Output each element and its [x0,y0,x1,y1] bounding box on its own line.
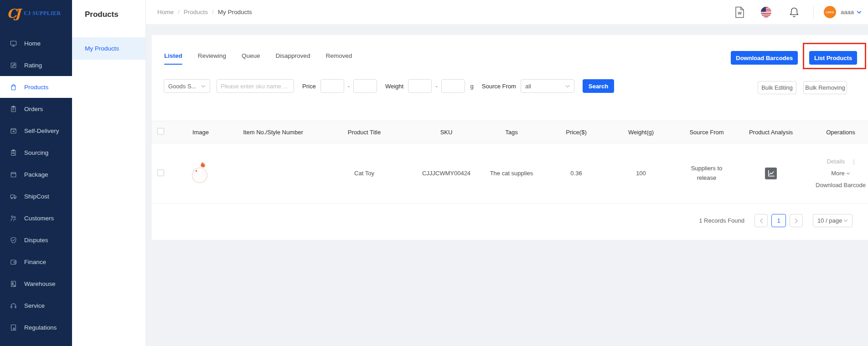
pagination: 1 Records Found 1 10 / page [699,214,852,227]
sku-search-input[interactable] [217,79,294,93]
bell-notification-icon[interactable] [789,6,800,18]
user-name[interactable]: aaaa [841,9,854,15]
sidebar-item-label: Disputes [24,237,48,244]
breadcrumb-products[interactable]: Products [184,9,208,15]
sidebar-item-customers[interactable]: Customers [0,207,72,229]
us-flag-language-icon[interactable] [761,7,771,17]
sidebar-item-service[interactable]: Service [0,295,72,316]
table-row: Cat Toy CJJJCWMY00424 The cat supplies 0… [152,143,868,204]
chevron-right-icon [795,218,798,224]
warehouse-icon [10,280,17,288]
page-size-value: 10 / page [817,217,842,224]
more-dropdown-link[interactable]: More [831,169,850,178]
price-max-input[interactable] [353,79,377,93]
products-table: Image Item No./Style Number Product Titl… [152,121,868,204]
search-button[interactable]: Search [583,79,614,93]
source-from-select[interactable]: all [521,79,574,93]
details-link[interactable]: Details [827,157,845,166]
sidebar-item-package[interactable]: Package [0,163,72,185]
column-product-title: Product Title [311,129,417,136]
sidebar-item-orders[interactable]: Orders [0,98,72,120]
sidebar-item-label: Sourcing [24,149,48,156]
self-delivery-icon [10,127,17,135]
secondary-nav-panel: Products My Products [72,0,146,346]
brand-logo-script: CJ [7,7,19,20]
sidebar-item-self-delivery[interactable]: Self-Delivery [0,120,72,142]
breadcrumb-home[interactable]: Home [157,9,174,15]
sidebar-item-disputes[interactable]: Disputes [0,229,72,251]
column-price: Price($) [548,129,605,136]
doc-letter: W [738,11,742,15]
sidebar-item-label: Products [24,84,48,91]
product-analysis-chart-icon[interactable] [765,168,777,179]
price-label: Price [302,83,316,90]
avatar[interactable]: LOGO [824,6,836,18]
truck-icon [10,193,17,200]
chevron-left-icon [760,218,763,224]
sidebar-item-label: Self-Delivery [24,127,59,134]
select-all-checkbox[interactable] [157,128,164,135]
home-icon [10,40,17,47]
download-barcodes-button[interactable]: Download Barcodes [731,51,798,65]
next-page-button[interactable] [790,214,803,227]
tab-removed[interactable]: Removed [326,52,352,59]
sidebar-item-label: Warehouse [24,280,56,287]
weight-range-separator: - [435,83,437,90]
tab-queue[interactable]: Queue [242,52,260,59]
chevron-down-icon [565,85,570,88]
tab-listed[interactable]: Listed [164,52,182,59]
weight-unit-label: g [470,83,474,90]
filter-bar: Goods S... Price - Weight - g Source Fro… [164,79,614,93]
table-header-row: Image Item No./Style Number Product Titl… [152,121,868,143]
records-found-label: 1 Records Found [699,217,744,224]
column-tags: Tags [475,129,548,136]
bulk-removing-button[interactable]: Bulk Removing [803,81,847,94]
sidebar-item-label: Package [24,171,48,178]
cell-product-title: Cat Toy [311,170,417,177]
bulk-editing-button[interactable]: Bulk Editing [758,81,796,94]
word-document-icon[interactable]: W [735,6,744,18]
nav-item-my-products[interactable]: My Products [72,37,145,60]
breadcrumb-separator: / [212,9,214,15]
page-size-select[interactable]: 10 / page [813,214,852,227]
sidebar-item-finance[interactable]: Finance [0,251,72,273]
column-sku: SKU [417,129,475,136]
sidebar-item-rating[interactable]: Rating [0,54,72,76]
top-bar: Home / Products / My Products W LOGO aaa… [146,0,868,24]
products-card: Listed Reviewing Queue Disapproved Remov… [152,35,868,240]
avatar-text: LOGO [826,11,834,14]
price-min-input[interactable] [320,79,344,93]
sidebar-item-warehouse[interactable]: Warehouse [0,273,72,295]
sidebar-item-sourcing[interactable]: Sourcing [0,142,72,163]
chevron-down-icon [843,219,848,222]
prev-page-button[interactable] [754,214,768,227]
row-checkbox[interactable] [157,169,164,176]
chevron-down-icon[interactable] [857,10,862,14]
weight-min-input[interactable] [408,79,432,93]
sidebar-item-shipcost[interactable]: ShipCost [0,185,72,207]
brand-logo-text: CJ SUPPLIER [22,10,61,17]
list-products-button[interactable]: List Products [809,51,857,65]
sidebar-item-products[interactable]: Products [0,76,72,98]
download-barcode-link[interactable]: Download Barcode [816,181,866,189]
chevron-down-icon [201,85,206,88]
brand-logo[interactable]: CJ CJ SUPPLIER [0,0,72,26]
tab-reviewing[interactable]: Reviewing [198,52,226,59]
sidebar-item-label: Finance [24,259,46,265]
sidebar-item-regulations[interactable]: Regulations [0,316,72,338]
tab-disapproved[interactable]: Disapproved [276,52,310,59]
goods-select[interactable]: Goods S... [164,79,210,93]
package-box-icon [10,171,17,178]
sidebar-item-label: ShipCost [24,193,49,200]
weight-max-input[interactable] [441,79,465,93]
column-weight: Weight(g) [605,129,677,136]
product-thumbnail-cat-toy[interactable] [190,160,211,186]
column-source-from: Source From [677,129,736,136]
rating-icon [10,61,17,69]
sidebar-item-home[interactable]: Home [0,32,72,54]
weight-label: Weight [385,83,403,90]
breadcrumb-separator: / [178,9,180,15]
page-number-button[interactable]: 1 [771,214,786,227]
cell-weight: 100 [605,170,677,177]
source-from-label: Source From [482,83,516,90]
